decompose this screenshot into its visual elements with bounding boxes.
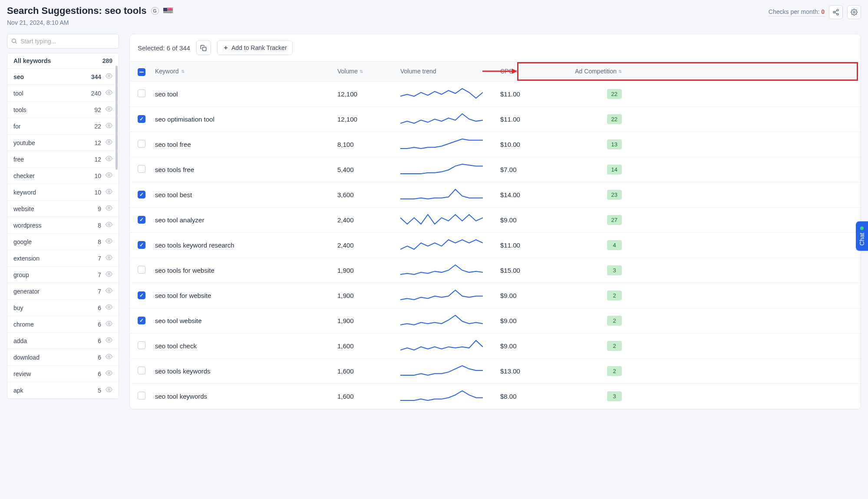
table-row: seo optimisation tool 12,100 $11.00 22 xyxy=(130,107,861,132)
keyword-cell[interactable]: seo tools for website xyxy=(155,267,215,274)
eye-icon[interactable] xyxy=(106,172,112,180)
keyword-cell[interactable]: seo tool keywords xyxy=(155,393,207,400)
keyword-filter-label: apk xyxy=(13,387,23,394)
keyword-filter-item[interactable]: for 22 xyxy=(7,118,119,135)
column-ad-competition[interactable]: Ad Competition⇅ xyxy=(561,68,622,75)
row-checkbox[interactable] xyxy=(138,291,145,299)
keyword-cell[interactable]: seo tool free xyxy=(155,141,191,148)
row-checkbox[interactable] xyxy=(138,266,145,274)
eye-icon[interactable] xyxy=(106,221,112,229)
share-button[interactable] xyxy=(829,5,843,19)
keyword-filter-count: 8 xyxy=(91,238,101,245)
keyword-cell[interactable]: seo tools free xyxy=(155,166,194,173)
row-checkbox[interactable] xyxy=(138,367,145,374)
eye-icon[interactable] xyxy=(106,155,112,163)
eye-icon[interactable] xyxy=(106,106,112,114)
svg-point-12 xyxy=(108,141,110,143)
row-checkbox[interactable] xyxy=(138,392,145,400)
keyword-filter-item[interactable]: youtube 12 xyxy=(7,135,119,151)
table-row: seo tools free 5,400 $7.00 14 xyxy=(130,157,861,182)
row-checkbox[interactable] xyxy=(138,165,145,173)
eye-icon[interactable] xyxy=(106,304,112,312)
eye-icon[interactable] xyxy=(106,254,112,262)
keyword-cell[interactable]: seo tools keyword research xyxy=(155,241,234,249)
eye-icon[interactable] xyxy=(106,370,112,378)
eye-icon[interactable] xyxy=(106,337,112,345)
keyword-filter-item[interactable]: generator 7 xyxy=(7,283,119,300)
row-checkbox[interactable] xyxy=(138,317,145,324)
eye-icon[interactable] xyxy=(106,353,112,361)
svg-point-23 xyxy=(108,323,110,324)
keyword-filter-item[interactable]: adda 6 xyxy=(7,333,119,349)
keyword-filter-item[interactable]: free 12 xyxy=(7,151,119,168)
keyword-filter-item[interactable]: buy 6 xyxy=(7,300,119,316)
eye-icon[interactable] xyxy=(106,320,112,328)
eye-icon[interactable] xyxy=(106,188,112,196)
keyword-filter-count: 7 xyxy=(91,288,101,295)
ad-competition-badge: 2 xyxy=(607,316,622,326)
keyword-filter-label: generator xyxy=(13,288,40,295)
cpc-cell: $11.00 xyxy=(500,116,520,123)
keyword-cell[interactable]: seo optimisation tool xyxy=(155,116,215,123)
eye-icon[interactable] xyxy=(106,205,112,213)
keyword-filter-label: group xyxy=(13,271,29,278)
row-checkbox[interactable] xyxy=(138,140,145,148)
keyword-filter-all[interactable]: All keywords 289 xyxy=(7,53,119,69)
keyword-filter-item[interactable]: download 6 xyxy=(7,349,119,366)
eye-icon[interactable] xyxy=(106,271,112,279)
keyword-cell[interactable]: seo tool best xyxy=(155,191,192,198)
keyword-filter-item[interactable]: tool 240 xyxy=(7,85,119,102)
add-to-rank-tracker-button[interactable]: Add to Rank Tracker xyxy=(217,40,293,55)
keyword-filter-item[interactable]: group 7 xyxy=(7,267,119,283)
eye-icon[interactable] xyxy=(106,287,112,295)
keyword-filter-item[interactable]: extension 7 xyxy=(7,250,119,267)
keyword-filter-item[interactable]: review 6 xyxy=(7,366,119,382)
keyword-filter-count: 6 xyxy=(91,370,101,377)
column-volume[interactable]: Volume⇅ xyxy=(337,68,400,75)
row-checkbox[interactable] xyxy=(138,241,145,249)
settings-button[interactable] xyxy=(847,5,861,19)
row-checkbox[interactable] xyxy=(138,89,145,97)
svg-point-17 xyxy=(108,224,110,225)
keyword-cell[interactable]: seo tool website xyxy=(155,317,202,324)
eye-icon[interactable] xyxy=(106,386,112,394)
row-checkbox[interactable] xyxy=(138,216,145,224)
trend-cell xyxy=(400,188,500,202)
ad-competition-badge: 14 xyxy=(607,165,622,175)
keyword-filter-item[interactable]: checker 10 xyxy=(7,168,119,184)
keyword-cell[interactable]: seo tool check xyxy=(155,342,197,350)
chat-tab[interactable]: Chat xyxy=(856,221,868,251)
keyword-filter-item[interactable]: website 9 xyxy=(7,201,119,217)
keyword-filter-item[interactable]: google 8 xyxy=(7,234,119,250)
keyword-filter-count: 6 xyxy=(91,304,101,311)
select-all-checkbox[interactable] xyxy=(138,68,145,76)
copy-button[interactable] xyxy=(196,40,211,55)
keyword-filter-label: chrome xyxy=(13,321,34,328)
svg-point-2 xyxy=(837,13,838,15)
keyword-filter-item[interactable]: chrome 6 xyxy=(7,316,119,333)
keyword-filter-count: 6 xyxy=(91,321,101,328)
keyword-cell[interactable]: seo tool xyxy=(155,90,178,98)
keyword-cell[interactable]: seo tool analyzer xyxy=(155,216,204,224)
eye-icon[interactable] xyxy=(106,73,112,81)
eye-icon[interactable] xyxy=(106,122,112,130)
row-checkbox[interactable] xyxy=(138,341,145,349)
eye-icon[interactable] xyxy=(106,139,112,147)
volume-cell: 2,400 xyxy=(337,216,354,224)
row-checkbox[interactable] xyxy=(138,115,145,123)
keyword-cell[interactable]: seo tool for website xyxy=(155,292,211,299)
eye-icon[interactable] xyxy=(106,89,112,97)
keyword-filter-item[interactable]: tools 92 xyxy=(7,102,119,118)
eye-icon[interactable] xyxy=(106,238,112,246)
keyword-filter-label: google xyxy=(13,238,32,245)
keyword-filter-input[interactable] xyxy=(7,34,119,49)
keyword-filter-item[interactable]: keyword 10 xyxy=(7,184,119,201)
keyword-filter-item[interactable]: seo 344 xyxy=(7,69,119,85)
svg-point-15 xyxy=(108,191,110,192)
keyword-filter-item[interactable]: apk 5 xyxy=(7,382,119,399)
row-checkbox[interactable] xyxy=(138,191,145,198)
column-keyword[interactable]: Keyword⇅ xyxy=(155,68,337,75)
keyword-filter-item[interactable]: wordpress 8 xyxy=(7,217,119,234)
keyword-cell[interactable]: seo tools keywords xyxy=(155,367,211,375)
keyword-filter-label: buy xyxy=(13,304,23,311)
